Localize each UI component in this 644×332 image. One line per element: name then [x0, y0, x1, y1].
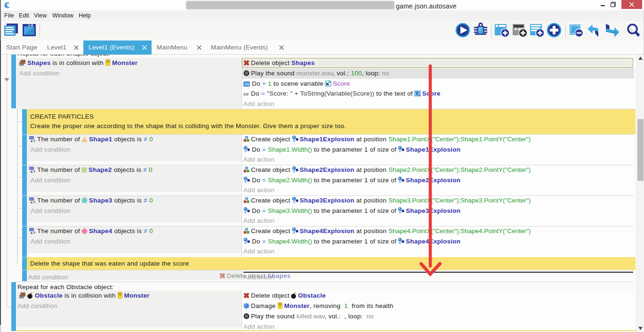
- svg-text:?: ?: [33, 139, 36, 143]
- svg-text:x: x: [31, 200, 33, 204]
- svg-text:Var: Var: [244, 82, 250, 86]
- svg-text:x: x: [31, 170, 33, 173]
- svg-text:txt: txt: [243, 91, 249, 97]
- svg-text:?: ?: [33, 200, 36, 204]
- svg-text:x: x: [31, 139, 33, 143]
- svg-text:?: ?: [33, 170, 36, 173]
- svg-text:?: ?: [33, 231, 36, 235]
- svg-text:x: x: [31, 231, 33, 235]
